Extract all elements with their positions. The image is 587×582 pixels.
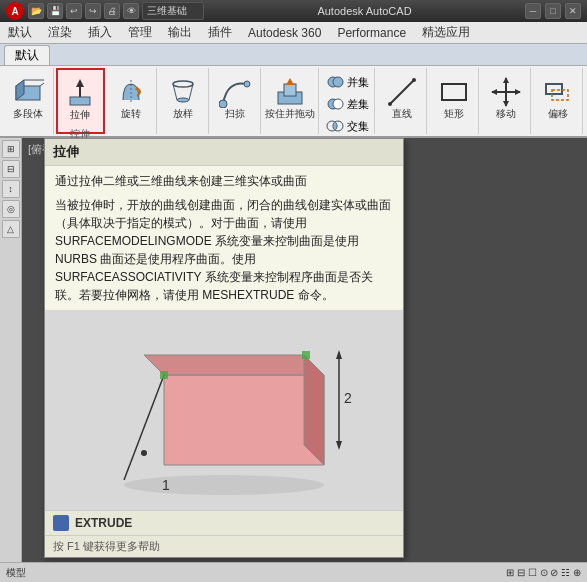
svg-point-36 (124, 475, 324, 495)
svg-point-13 (244, 81, 250, 87)
menu-output[interactable]: 输出 (160, 22, 200, 43)
minimize-button[interactable]: ─ (525, 3, 541, 19)
ribbon-group-polysolid: 多段体 (4, 68, 54, 134)
loft-icon (167, 76, 199, 108)
menu-plugins[interactable]: 插件 (200, 22, 240, 43)
offset-icon (542, 76, 574, 108)
svg-line-23 (390, 80, 414, 104)
revolve-button[interactable]: 旋转 (107, 70, 155, 124)
menu-default[interactable]: 默认 (0, 22, 40, 43)
offset-button[interactable]: 偏移 (534, 70, 582, 124)
extrude-button[interactable]: 拉伸 (56, 71, 104, 125)
ribbon-group-pressandpull: 按住并拖动 (263, 68, 319, 134)
svg-marker-16 (286, 78, 294, 85)
extrude-label: 拉伸 (70, 109, 90, 120)
ribbon-group-line: 直线 (377, 68, 427, 134)
ribbon-group-revolve: 旋转 (107, 68, 157, 134)
ribbon-group-sweep: 扫掠 (211, 68, 261, 134)
svg-line-2 (40, 80, 44, 86)
svg-marker-38 (144, 355, 324, 375)
svg-point-24 (388, 102, 392, 106)
move-button[interactable]: 移动 (482, 70, 530, 124)
intersect-button[interactable]: 交集 (323, 116, 373, 136)
pressandpull-icon (274, 76, 306, 108)
left-tool-1[interactable]: ⊞ (2, 140, 20, 158)
tooltip-footer: EXTRUDE (45, 510, 403, 535)
svg-rect-26 (442, 84, 466, 100)
svg-text:1: 1 (162, 477, 170, 493)
menu-manage[interactable]: 管理 (120, 22, 160, 43)
line-label: 直线 (392, 108, 412, 119)
svg-marker-30 (503, 101, 509, 107)
move-label: 移动 (496, 108, 516, 119)
status-icons: ⊞ ⊟ ☐ ⊙ ⊘ ☷ ⊕ (506, 567, 581, 578)
svg-rect-7 (70, 97, 90, 105)
left-tool-4[interactable]: ◎ (2, 200, 20, 218)
svg-rect-15 (284, 84, 296, 96)
svg-point-18 (333, 77, 343, 87)
menu-featured[interactable]: 精选应用 (414, 22, 478, 43)
left-toolbar: ⊞ ⊟ ↕ ◎ △ (0, 138, 22, 562)
main-area: ⊞ ⊟ ↕ ◎ △ [俯视]二维线框 拉伸 通过拉伸二维或三维曲线来创建三维实体… (0, 138, 587, 562)
tooltip-description: 通过拉伸二维或三维曲线来创建三维实体或曲面 (55, 172, 393, 190)
tooltip-body: 通过拉伸二维或三维曲线来创建三维实体或曲面 当被拉伸时，开放的曲线创建曲面，闭合… (45, 166, 403, 310)
app-title: Autodesk AutoCAD (317, 5, 411, 17)
ribbon-small-group-boolean: 并集 差集 交集 (321, 70, 375, 138)
left-tool-3[interactable]: ↕ (2, 180, 20, 198)
close-button[interactable]: ✕ (565, 3, 581, 19)
redo-button[interactable]: ↪ (85, 3, 101, 19)
polysolid-label: 多段体 (13, 108, 43, 119)
print-button[interactable]: 🖨 (104, 3, 120, 19)
line-button[interactable]: 直线 (378, 70, 426, 124)
svg-marker-29 (503, 77, 509, 83)
line-icon (386, 76, 418, 108)
ribbon-group-offset: 偏移 (533, 68, 583, 134)
ribbon-tabs: 默认 (0, 44, 587, 66)
open-button[interactable]: 📂 (28, 3, 44, 19)
ribbon-group-extrude: 拉伸 控伸 (56, 68, 105, 134)
ribbon-group-union: 并集 差集 交集 (321, 68, 376, 134)
status-model: 模型 (6, 566, 26, 580)
menu-performance[interactable]: Performance (329, 22, 414, 43)
tooltip-popup: 拉伸 通过拉伸二维或三维曲线来创建三维实体或曲面 当被拉伸时，开放的曲线创建曲面… (44, 138, 404, 558)
svg-marker-32 (515, 89, 521, 95)
tooltip-command-name: EXTRUDE (75, 516, 132, 530)
menu-insert[interactable]: 插入 (80, 22, 120, 43)
pressandpull-button[interactable]: 按住并拖动 (262, 70, 318, 124)
union-icon (326, 73, 344, 91)
union-button[interactable]: 并集 (323, 72, 373, 92)
left-tool-5[interactable]: △ (2, 220, 20, 238)
viewport: [俯视]二维线框 拉伸 通过拉伸二维或三维曲线来创建三维实体或曲面 当被拉伸时，… (22, 138, 587, 562)
preview-button[interactable]: 👁 (123, 3, 139, 19)
svg-point-11 (177, 98, 189, 102)
offset-label: 偏移 (548, 108, 568, 119)
rect-button[interactable]: 矩形 (430, 70, 478, 124)
sweep-button[interactable]: 扫掠 (211, 70, 259, 124)
svg-point-25 (412, 78, 416, 82)
ribbon-panel: 多段体 拉伸 控伸 (0, 66, 587, 138)
workspace-dropdown[interactable]: 三维基础 (142, 2, 204, 20)
rect-icon (438, 76, 470, 108)
left-tool-2[interactable]: ⊟ (2, 160, 20, 178)
maximize-button[interactable]: □ (545, 3, 561, 19)
intersect-label: 交集 (347, 119, 369, 134)
menu-autodesk360[interactable]: Autodesk 360 (240, 22, 329, 43)
ribbon-group-rect: 矩形 (429, 68, 479, 134)
svg-marker-39 (304, 355, 324, 465)
svg-rect-33 (546, 84, 562, 94)
polysolid-button[interactable]: 多段体 (4, 70, 52, 124)
loft-button[interactable]: 放样 (159, 70, 207, 124)
menu-render[interactable]: 渲染 (40, 22, 80, 43)
subtract-label: 差集 (347, 97, 369, 112)
undo-button[interactable]: ↩ (66, 3, 82, 19)
status-bar: 模型 ⊞ ⊟ ☐ ⊙ ⊘ ☷ ⊕ (0, 562, 587, 582)
revolve-label: 旋转 (121, 108, 141, 119)
svg-point-20 (333, 99, 343, 109)
save-button[interactable]: 💾 (47, 3, 63, 19)
tab-default[interactable]: 默认 (4, 45, 50, 65)
tooltip-hint: 按 F1 键获得更多帮助 (45, 535, 403, 557)
subtract-button[interactable]: 差集 (323, 94, 373, 114)
polysolid-icon (12, 76, 44, 108)
sweep-label: 扫掠 (225, 108, 245, 119)
svg-marker-37 (164, 375, 324, 465)
